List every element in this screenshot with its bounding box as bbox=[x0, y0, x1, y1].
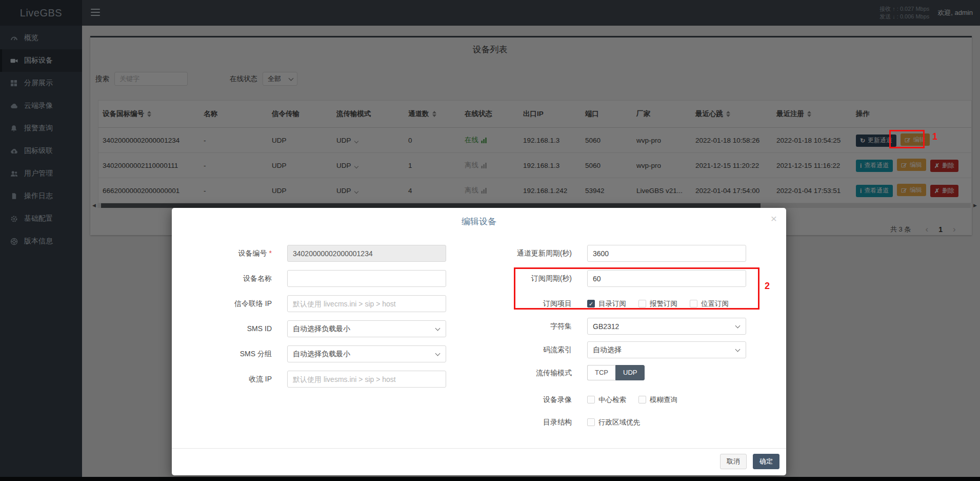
admin-region-priority-checkbox[interactable]: 行政区域优先 bbox=[587, 418, 640, 427]
charset-select[interactable]: GB2312 bbox=[587, 318, 746, 335]
annotation-number-1: 1 bbox=[932, 131, 937, 142]
annotation-box-2 bbox=[514, 267, 759, 310]
stream-mode-toggle: TCP UDP bbox=[587, 365, 645, 380]
required-asterisk: * bbox=[269, 249, 272, 257]
channel-period-field[interactable] bbox=[587, 245, 746, 262]
device-name-label: 设备名称 bbox=[172, 270, 272, 287]
chevron-down-icon bbox=[435, 325, 441, 331]
checkbox-icon bbox=[587, 418, 595, 426]
device-record-group: 中心检索 模糊查询 bbox=[587, 391, 677, 408]
center-search-checkbox[interactable]: 中心检索 bbox=[587, 395, 626, 405]
tcp-option[interactable]: TCP bbox=[587, 365, 615, 380]
stream-index-label: 码流索引 bbox=[479, 341, 572, 358]
cancel-button[interactable]: 取消 bbox=[720, 454, 747, 469]
dir-structure-group: 行政区域优先 bbox=[587, 414, 640, 431]
sms-group-label: SMS 分组 bbox=[172, 345, 272, 362]
modal-footer: 取消 确定 bbox=[172, 448, 786, 476]
checkbox-icon bbox=[587, 396, 595, 403]
edit-device-modal: 编辑设备 × 设备编号* 设备名称 信令联络 IP SMS ID 自动选择负载最… bbox=[172, 208, 786, 475]
annotation-number-2: 2 bbox=[765, 281, 770, 292]
device-id-label: 设备编号* bbox=[172, 245, 272, 262]
close-icon[interactable]: × bbox=[771, 213, 777, 224]
sms-id-select[interactable]: 自动选择负载最小 bbox=[287, 320, 446, 337]
confirm-button[interactable]: 确定 bbox=[753, 454, 779, 469]
recv-ip-field[interactable] bbox=[287, 371, 446, 388]
fuzzy-query-checkbox[interactable]: 模糊查询 bbox=[638, 395, 677, 405]
chevron-down-icon bbox=[735, 347, 741, 352]
device-record-label: 设备录像 bbox=[479, 391, 572, 408]
chevron-down-icon bbox=[735, 323, 741, 328]
chevron-down-icon bbox=[435, 351, 441, 356]
dir-structure-label: 目录结构 bbox=[479, 414, 572, 431]
recv-ip-label: 收流 IP bbox=[172, 371, 272, 388]
sms-id-label: SMS ID bbox=[172, 320, 272, 337]
stream-mode-label: 流传输模式 bbox=[479, 364, 572, 381]
annotation-box-1 bbox=[889, 130, 925, 148]
signal-ip-label: 信令联络 IP bbox=[172, 295, 272, 312]
udp-option[interactable]: UDP bbox=[615, 365, 645, 380]
device-name-field[interactable] bbox=[287, 270, 446, 287]
device-id-field bbox=[287, 245, 446, 262]
channel-period-label: 通道更新周期(秒) bbox=[479, 245, 572, 262]
stream-index-select[interactable]: 自动选择 bbox=[587, 341, 746, 358]
modal-title: 编辑设备 bbox=[172, 216, 786, 227]
charset-label: 字符集 bbox=[479, 318, 572, 335]
signal-ip-field[interactable] bbox=[287, 295, 446, 312]
sms-group-select[interactable]: 自动选择负载最小 bbox=[287, 345, 446, 362]
checkbox-icon bbox=[638, 396, 646, 403]
